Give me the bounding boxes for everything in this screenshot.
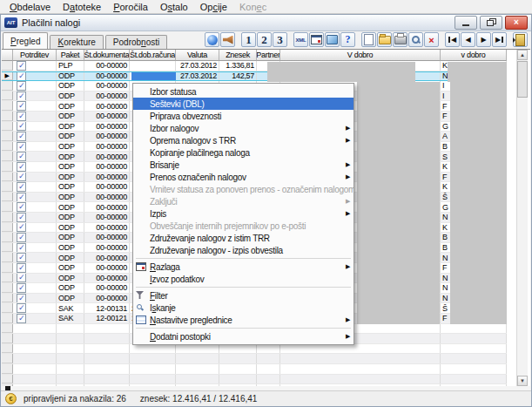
vertical-scrollbar[interactable]: ▲ ▼	[516, 50, 528, 386]
monitor-icon	[327, 35, 338, 44]
checkbox[interactable]: ✓	[17, 193, 26, 202]
column-header-t-dokumenta[interactable]: Št.dokumenta	[84, 50, 130, 61]
checkbox[interactable]: ✓	[17, 182, 26, 192]
checkbox[interactable]: ✓	[17, 283, 26, 293]
checkbox[interactable]: ✓	[17, 112, 26, 121]
context-menu-item-prenos-ozna-enih-nalogov[interactable]: Prenos označenih nalogov▶	[133, 171, 354, 183]
context-menu-item-zdru-evanje-nalogov-z-istim-trr[interactable]: Združevanje nalogov z istim TRR	[133, 232, 354, 244]
context-menu-item-dodatni-postopki[interactable]: Dodatni postopki▶	[133, 330, 354, 343]
view-2-button[interactable]: 2	[257, 32, 272, 47]
horn-button[interactable]	[220, 32, 235, 47]
column-header-znesek[interactable]: Znesek	[219, 50, 257, 61]
context-menu-item-brisanje[interactable]: Brisanje▶	[133, 159, 354, 171]
checkbox[interactable]: ✓	[17, 202, 26, 212]
context-menu-item-filter[interactable]: Filter	[133, 289, 354, 302]
checkbox[interactable]: ✓	[17, 303, 26, 313]
submenu-arrow-icon: ▶	[346, 210, 350, 217]
checkbox[interactable]: ✓	[17, 213, 26, 222]
new-button[interactable]	[361, 32, 376, 47]
checkbox[interactable]: ✓	[17, 122, 26, 132]
cell-potrditev	[13, 375, 57, 384]
checkbox[interactable]: ✓	[17, 223, 26, 233]
checkbox[interactable]: ✓	[17, 173, 26, 182]
checkbox[interactable]: ✓	[17, 152, 26, 161]
context-menu-item-izbor-nalogov[interactable]: Izbor nalogov▶	[133, 122, 354, 134]
xml-button[interactable]: XML	[293, 32, 308, 47]
print-button[interactable]	[393, 32, 407, 47]
tab-korekture[interactable]: Korekture	[50, 35, 103, 49]
restore-button[interactable]	[480, 16, 502, 30]
checkbox[interactable]: ✓	[17, 72, 26, 81]
checkbox[interactable]: ✓	[17, 274, 26, 283]
checkbox[interactable]: ✓	[17, 233, 26, 242]
context-menu-item-izbor-statusa[interactable]: Izbor statusa	[133, 85, 354, 98]
context-menu-item-nastavitve-preglednice[interactable]: Nastavitve preglednice▶	[133, 314, 354, 326]
open-button[interactable]	[377, 32, 392, 47]
menubar-item-datoteke[interactable]: Datoteke	[57, 2, 107, 12]
menubar-item-opcije[interactable]: Opcije	[194, 2, 233, 12]
search-button[interactable]	[408, 32, 423, 47]
context-menu-item-iskanje[interactable]: Iskanje	[133, 302, 354, 314]
cell-dok	[84, 324, 130, 334]
close-button[interactable]: ×	[505, 16, 528, 30]
view-1-button[interactable]: 1	[241, 32, 256, 47]
row-indicator	[2, 112, 13, 121]
column-header-partner[interactable]: Partner	[257, 50, 280, 61]
monitor-button[interactable]	[325, 32, 340, 47]
column-header-paket[interactable]: Paket	[57, 50, 84, 61]
menubar-item-obdelave[interactable]: Obdelave	[3, 2, 57, 12]
column-header-potrditev[interactable]: Potrditev	[13, 50, 57, 61]
checkbox[interactable]: ✓	[17, 253, 26, 262]
table-row[interactable]: ✓PLP00-0000027.03.20121.336,81K	[2, 61, 507, 71]
cell-znesek	[219, 354, 257, 363]
minimize-button[interactable]	[455, 16, 477, 30]
form-report-button[interactable]	[309, 32, 324, 47]
scroll-up-icon[interactable]: ▲	[517, 50, 528, 60]
nav-prev-button[interactable]: ◀	[461, 32, 475, 47]
nav-first-button[interactable]: ◀	[445, 32, 460, 47]
help-button[interactable]: ?	[340, 32, 355, 47]
table-row[interactable]: ▶✓ODP00-0000027.03.2012142,57N	[2, 71, 507, 82]
row-indicator	[2, 92, 13, 101]
context-menu-item-izvoz-podatkov[interactable]: Izvoz podatkov	[133, 273, 354, 285]
tab-pregled[interactable]: Pregled	[3, 32, 48, 49]
checkbox[interactable]: ✓	[17, 162, 26, 172]
column-header-t-dob-ra-una[interactable]: Št.dob.računa	[130, 50, 176, 61]
cell-vdobro_letter	[441, 324, 507, 334]
context-menu-item-kopiranje-pla-ilnega-naloga[interactable]: Kopiranje plačilnega naloga	[133, 146, 354, 159]
column-header-valuta[interactable]: Valuta	[176, 50, 219, 61]
checkbox[interactable]: ✓	[17, 92, 26, 101]
context-menu-item-oprema-nalogov-s-trr[interactable]: Oprema nalogov s TRR▶	[133, 134, 354, 146]
tab-podrobnosti[interactable]: Podrobnosti	[105, 35, 167, 49]
column-header-v-dobro[interactable]: v dobro	[441, 50, 507, 61]
cell-dok	[84, 344, 130, 354]
checkbox[interactable]: ✓	[17, 61, 26, 71]
vscrollbar-thumb[interactable]	[517, 61, 528, 98]
nav-last-button[interactable]: ▶	[492, 32, 507, 47]
context-menu-item-razlaga[interactable]: Razlaga▶	[133, 261, 354, 273]
checkbox[interactable]: ✓	[17, 81, 26, 91]
checkbox[interactable]: ✓	[17, 294, 26, 303]
checkbox[interactable]: ✓	[17, 101, 26, 111]
menubar-item-poro-ila[interactable]: Poročila	[107, 2, 154, 12]
checkbox[interactable]: ✓	[17, 263, 26, 273]
explain-window-icon	[136, 262, 146, 271]
context-menu-item-se-tevki-dbl[interactable]: Seštevki (DBL)	[133, 98, 354, 110]
delete-button[interactable]: ×	[424, 32, 439, 47]
checkbox[interactable]: ✓	[17, 314, 26, 323]
exit-button[interactable]	[513, 32, 528, 47]
globe-button[interactable]	[205, 32, 219, 47]
nav-next-button[interactable]: ▶	[476, 32, 491, 47]
context-menu-item-zdru-evanje-nalogov-izpis-obvestila[interactable]: Združevanje nalogov - izpis obvestila	[133, 244, 354, 256]
context-menu-item-izpis[interactable]: Izpis▶	[133, 207, 354, 220]
checkbox[interactable]: ✓	[17, 142, 26, 152]
menubar-item-ostalo[interactable]: Ostalo	[154, 2, 194, 12]
context-menu-item-priprava-obveznosti[interactable]: Priprava obveznosti	[133, 110, 354, 122]
column-header-v-dobro[interactable]: V dobro	[280, 50, 441, 61]
cell-vdobro_letter	[441, 344, 507, 354]
checkbox[interactable]: ✓	[17, 243, 26, 253]
scroll-down-icon[interactable]: ▼	[517, 376, 528, 386]
checkbox[interactable]: ✓	[17, 132, 26, 141]
column-header-blank[interactable]	[2, 50, 13, 61]
view-3-button[interactable]: 3	[273, 32, 287, 47]
